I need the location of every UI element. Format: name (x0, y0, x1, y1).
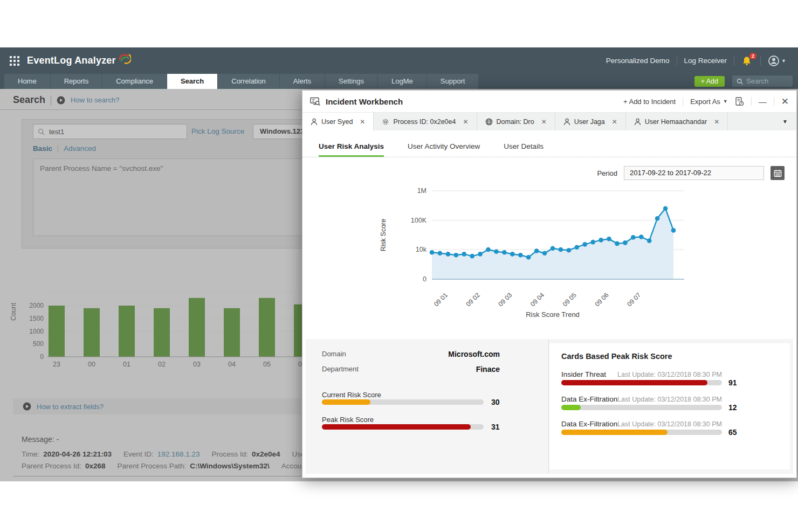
svg-text:09 05: 09 05 (561, 291, 578, 308)
card-value: 91 (728, 378, 737, 387)
period-label: Period (597, 169, 617, 177)
svg-text:09 07: 09 07 (625, 291, 642, 308)
panel-title: Incident Workbench (326, 97, 403, 106)
tab-overflow-caret[interactable]: ▼ (774, 113, 796, 130)
app-header: EventLog Analyzer Personalized Demo Log … (0, 47, 798, 74)
workbench-tab-strip: User Syed✕Process ID: 0x2e0e4✕Domain: Dr… (302, 113, 796, 130)
avatar-icon (768, 55, 780, 67)
close-icon[interactable]: ✕ (463, 118, 468, 126)
subtab-user-risk-analysis[interactable]: User Risk Analysis (319, 138, 384, 157)
svg-text:100K: 100K (411, 217, 427, 224)
divider (751, 97, 752, 106)
export-as-button[interactable]: Export As▼ (690, 98, 728, 106)
nav-tab-list: HomeReportsComplianceSearchCorrelationAl… (4, 74, 798, 89)
score-label: Peak Risk Score (322, 416, 374, 424)
svg-text:09 06: 09 06 (594, 291, 610, 308)
svg-text:Risk Score: Risk Score (380, 219, 387, 251)
nav-tab-correlation[interactable]: Correlation (218, 74, 280, 89)
subtab-user-activity-overview[interactable]: User Activity Overview (408, 138, 480, 157)
workbench-subtabs: User Risk AnalysisUser Activity Overview… (302, 138, 796, 157)
divider (548, 339, 549, 474)
svg-text:10k: 10k (416, 246, 427, 253)
notifications-bell-icon[interactable]: 2 (741, 56, 753, 66)
close-icon[interactable]: ✕ (541, 118, 547, 126)
close-icon[interactable]: ✕ (781, 96, 789, 107)
card-progress-fill (561, 430, 668, 435)
add-button[interactable]: + Add (694, 76, 725, 87)
divider (760, 57, 761, 65)
workbench-tab[interactable]: Domain: Dro✕ (477, 113, 555, 130)
global-search-input[interactable]: Search (732, 75, 793, 87)
line-chart-svg: 1M100K10k009 0109 0209 0309 0409 0509 06… (373, 181, 718, 328)
nav-tab-compliance[interactable]: Compliance (102, 74, 167, 89)
nav-tab-search[interactable]: Search (167, 74, 218, 89)
nav-tab-alerts[interactable]: Alerts (280, 74, 325, 89)
user-icon (563, 118, 570, 126)
risk-score-trend-chart: 1M100K10k009 0109 0209 0309 0409 0509 06… (373, 181, 718, 328)
score-value: 30 (491, 398, 500, 406)
score-value: 31 (491, 423, 500, 431)
svg-text:09 04: 09 04 (529, 291, 546, 308)
svg-text:09 01: 09 01 (432, 291, 449, 308)
card-progress-fill (561, 405, 581, 410)
workbench-tab[interactable]: User Hemaachandar✕ (626, 113, 728, 130)
department-value: Finace (476, 365, 500, 374)
add-to-incident-button[interactable]: + Add to Incident (623, 98, 676, 106)
cards-title: Cards Based Peak Risk Score (561, 352, 672, 361)
nav-tab-settings[interactable]: Settings (325, 74, 378, 89)
svg-text:Risk Score Trend: Risk Score Trend (526, 310, 580, 319)
tab-label: User Hemaachandar (645, 118, 707, 126)
tab-label: Domain: Dro (497, 118, 534, 126)
cards-based-peak-risk: Cards Based Peak Risk Score Insider Thre… (549, 343, 790, 469)
close-icon[interactable]: ✕ (612, 118, 617, 126)
card-last-update: Last Update: 03/12/2018 08:30 PM (561, 420, 722, 428)
subtab-user-details[interactable]: User Details (504, 138, 544, 157)
tab-label: Process ID: 0x2e0e4 (393, 118, 456, 126)
card-last-update: Last Update: 03/12/2018 08:30 PM (561, 396, 722, 403)
score-progress-fill (322, 424, 471, 430)
personalized-demo-link[interactable]: Personalized Demo (606, 57, 670, 65)
nav-tab-reports[interactable]: Reports (51, 74, 103, 89)
minimize-button[interactable]: — (759, 97, 767, 106)
user-icon (634, 118, 641, 126)
divider (683, 97, 683, 106)
card-progress-bar (561, 380, 722, 385)
svg-text:09 02: 09 02 (465, 291, 481, 308)
nav-tab-support[interactable]: Support (427, 74, 479, 89)
search-icon (737, 78, 743, 85)
svg-text:09 03: 09 03 (497, 291, 513, 308)
app-grid-icon[interactable] (10, 56, 19, 66)
divider (774, 97, 774, 106)
incident-workbench-panel: Incident Workbench + Add to Incident Exp… (302, 90, 797, 478)
close-icon[interactable]: ✕ (714, 118, 719, 126)
calendar-icon[interactable] (771, 166, 785, 180)
nav-tab-logme[interactable]: LogMe (378, 74, 427, 89)
workbench-tab[interactable]: Process ID: 0x2e0e4✕ (374, 113, 477, 130)
chevron-down-icon: ▼ (781, 58, 786, 64)
svg-text:1M: 1M (417, 187, 426, 195)
logo-swoosh-icon (117, 51, 131, 65)
chevron-down-icon: ▼ (723, 99, 728, 104)
department-row: Department Finace (322, 365, 500, 374)
workbench-tab[interactable]: User Jaga✕ (555, 113, 626, 130)
domain-row: Domain Microsoft.com (322, 350, 500, 358)
score-label: Current Risk Score (322, 391, 381, 399)
notification-count-badge: 2 (749, 53, 756, 59)
card-progress-bar (561, 405, 722, 410)
card-last-update: Last Update: 03/12/2018 08:30 PM (561, 371, 722, 378)
user-menu[interactable]: ▼ (768, 55, 786, 67)
period-range-input[interactable]: 2017-09-22 to 2017-09-22 (624, 166, 764, 180)
user-icon (311, 118, 318, 126)
card-progress-fill (561, 380, 707, 385)
log-receiver-link[interactable]: Log Receiver (684, 57, 727, 65)
close-icon[interactable]: ✕ (360, 118, 365, 126)
divider (677, 57, 677, 65)
score-progress-bar (322, 424, 484, 430)
workbench-icon (310, 97, 321, 106)
report-history-icon[interactable] (735, 97, 744, 106)
nav-tab-home[interactable]: Home (4, 74, 51, 89)
card-progress-bar (561, 430, 722, 435)
workbench-tab[interactable]: User Syed✕ (302, 113, 374, 130)
svg-text:0: 0 (423, 275, 426, 283)
domain-value: Microsoft.com (448, 350, 500, 358)
